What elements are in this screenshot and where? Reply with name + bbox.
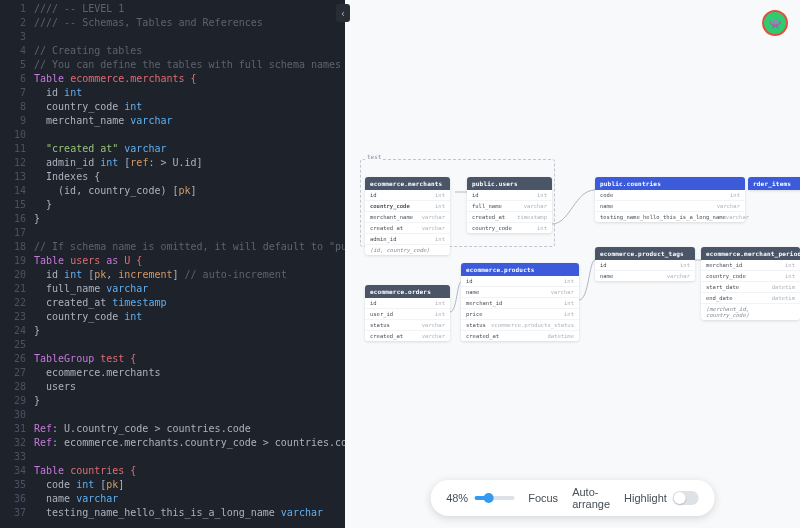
db-table[interactable]: ecommerce.ordersidintuser_idintstatusvar…: [365, 285, 450, 341]
code-line[interactable]: }: [34, 324, 345, 338]
db-table[interactable]: ecommerce.productsidintnamevarcharmercha…: [461, 263, 579, 341]
line-number: 22: [0, 296, 34, 310]
code-line[interactable]: full_name varchar: [34, 282, 345, 296]
db-column[interactable]: created atvarchar: [365, 223, 450, 234]
db-column[interactable]: idint: [365, 298, 450, 309]
db-table-header[interactable]: rder_items: [748, 177, 800, 190]
db-column[interactable]: namevarchar: [595, 271, 695, 281]
db-column[interactable]: created_atvarchar: [365, 331, 450, 341]
code-line[interactable]: // If schema name is omitted, it will de…: [34, 240, 345, 254]
code-line[interactable]: TableGroup test {: [34, 352, 345, 366]
code-line[interactable]: Table countries {: [34, 464, 345, 478]
db-table[interactable]: rder_items: [748, 177, 800, 190]
code-line[interactable]: [34, 338, 345, 352]
db-column[interactable]: namevarchar: [461, 287, 579, 298]
code-line[interactable]: Ref: U.country_code > countries.code: [34, 422, 345, 436]
code-line[interactable]: Indexes {: [34, 170, 345, 184]
db-column[interactable]: country_codeint: [467, 223, 552, 233]
line-number: 11: [0, 142, 34, 156]
db-column[interactable]: idint: [461, 276, 579, 287]
code-line[interactable]: testing_name_hello_this_is_a_long_name v…: [34, 506, 345, 520]
db-column[interactable]: created_atdatetime: [461, 331, 579, 341]
code-line[interactable]: Table users as U {: [34, 254, 345, 268]
column-name: id: [370, 300, 377, 306]
auto-arrange-button[interactable]: Auto-arrange: [572, 486, 610, 510]
code-editor[interactable]: 1234567891011121314151617181920212223242…: [0, 0, 345, 528]
diagram-surface[interactable]: testecommerce.merchantsidintcountry_code…: [345, 0, 800, 528]
code-line[interactable]: [34, 450, 345, 464]
db-table[interactable]: ecommerce.product_tagsidintnamevarchar: [595, 247, 695, 281]
code-line[interactable]: }: [34, 394, 345, 408]
code-line[interactable]: }: [34, 212, 345, 226]
db-column[interactable]: country_codeint: [365, 201, 450, 212]
db-column[interactable]: admin_idint: [365, 234, 450, 245]
code-line[interactable]: ecommerce.merchants: [34, 366, 345, 380]
db-column[interactable]: idint: [467, 190, 552, 201]
db-column[interactable]: merchant_idint: [701, 260, 800, 271]
code-line[interactable]: id int [pk, increment] // auto-increment: [34, 268, 345, 282]
db-table-header[interactable]: ecommerce.merchants: [365, 177, 450, 190]
code-line[interactable]: created_at timestamp: [34, 296, 345, 310]
code-line[interactable]: Ref: ecommerce.merchants.country_code > …: [34, 436, 345, 450]
code-line[interactable]: name varchar: [34, 492, 345, 506]
collapse-editor-button[interactable]: ‹: [336, 4, 350, 22]
db-column[interactable]: merchant_namevarchar: [365, 212, 450, 223]
code-line[interactable]: users: [34, 380, 345, 394]
code-line[interactable]: [34, 30, 345, 44]
db-column[interactable]: full_namevarchar: [467, 201, 552, 212]
code-line[interactable]: merchant_name varchar: [34, 114, 345, 128]
db-column[interactable]: namevarchar: [595, 201, 745, 212]
code-content[interactable]: //// -- LEVEL 1//// -- Schemas, Tables a…: [34, 0, 345, 528]
db-column[interactable]: statusecommerce.products_status: [461, 320, 579, 331]
db-table[interactable]: public.usersidintfull_namevarcharcreated…: [467, 177, 552, 233]
db-table-header[interactable]: ecommerce.products: [461, 263, 579, 276]
column-type: int: [730, 192, 740, 198]
db-column[interactable]: start_datedatetim: [701, 282, 800, 293]
code-line[interactable]: [34, 128, 345, 142]
db-table[interactable]: public.countriescodeintnamevarchartestin…: [595, 177, 745, 222]
code-line[interactable]: //// -- Schemas, Tables and References: [34, 16, 345, 30]
code-line[interactable]: Table ecommerce.merchants {: [34, 72, 345, 86]
db-column[interactable]: statusvarchar: [365, 320, 450, 331]
db-column[interactable]: end_datedatetim: [701, 293, 800, 304]
zoom-slider-thumb[interactable]: [484, 493, 494, 503]
db-table-header[interactable]: public.users: [467, 177, 552, 190]
code-line[interactable]: id int: [34, 86, 345, 100]
db-column[interactable]: testing_name_hello_this_is_a_long_nameva…: [595, 212, 745, 222]
code-line[interactable]: [34, 226, 345, 240]
db-column[interactable]: country_codeint: [701, 271, 800, 282]
column-type: int: [564, 311, 574, 317]
code-line[interactable]: country_code int: [34, 100, 345, 114]
code-line[interactable]: }: [34, 198, 345, 212]
code-line[interactable]: code int [pk]: [34, 478, 345, 492]
zoom-slider[interactable]: [474, 496, 514, 500]
code-line[interactable]: "created at" varchar: [34, 142, 345, 156]
code-line[interactable]: [34, 408, 345, 422]
db-column[interactable]: user_idint: [365, 309, 450, 320]
db-table[interactable]: ecommerce.merchant_periodsmerchant_idint…: [701, 247, 800, 320]
db-column[interactable]: merchant_idint: [461, 298, 579, 309]
db-column[interactable]: (merchant_id, country_code): [701, 304, 800, 320]
code-line[interactable]: //// -- LEVEL 1: [34, 2, 345, 16]
line-number: 10: [0, 128, 34, 142]
diagram-canvas[interactable]: 👾 testecommerce.merchantsidintcountry_co…: [345, 0, 800, 528]
db-table[interactable]: ecommerce.merchantsidintcountry_codeintm…: [365, 177, 450, 255]
db-column[interactable]: idint: [595, 260, 695, 271]
code-line[interactable]: admin_id int [ref: > U.id]: [34, 156, 345, 170]
db-column[interactable]: created_attimestamp: [467, 212, 552, 223]
db-column[interactable]: priceint: [461, 309, 579, 320]
db-table-header[interactable]: ecommerce.orders: [365, 285, 450, 298]
db-table-header[interactable]: ecommerce.merchant_periods: [701, 247, 800, 260]
column-name: admin_id: [370, 236, 397, 242]
db-table-header[interactable]: ecommerce.product_tags: [595, 247, 695, 260]
db-column[interactable]: (id, country_code): [365, 245, 450, 255]
code-line[interactable]: (id, country_code) [pk]: [34, 184, 345, 198]
highlight-toggle[interactable]: [673, 491, 699, 505]
db-column[interactable]: codeint: [595, 190, 745, 201]
db-column[interactable]: idint: [365, 190, 450, 201]
code-line[interactable]: country_code int: [34, 310, 345, 324]
code-line[interactable]: // Creating tables: [34, 44, 345, 58]
focus-button[interactable]: Focus: [528, 492, 558, 504]
code-line[interactable]: // You can define the tables with full s…: [34, 58, 345, 72]
db-table-header[interactable]: public.countries: [595, 177, 745, 190]
